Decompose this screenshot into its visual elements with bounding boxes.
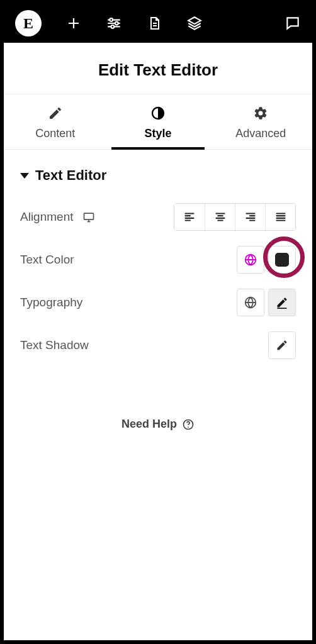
need-help-link[interactable]: Need Help <box>20 418 296 431</box>
svg-rect-4 <box>84 213 93 219</box>
top-toolbar: E <box>4 4 312 43</box>
layers-icon[interactable] <box>186 15 203 31</box>
elementor-logo[interactable]: E <box>15 10 42 36</box>
responsive-icon[interactable] <box>82 211 95 223</box>
control-text-color: Text Color <box>20 244 296 275</box>
control-typography: Typography <box>20 287 296 318</box>
global-typography-button[interactable] <box>237 289 264 316</box>
settings-sliders-icon[interactable] <box>106 15 122 31</box>
document-icon[interactable] <box>146 15 162 31</box>
tabs: Content Style Advanced <box>4 94 312 150</box>
pencil-icon <box>48 106 63 121</box>
svg-point-9 <box>188 426 189 428</box>
alignment-label: Alignment <box>20 210 74 224</box>
need-help-label: Need Help <box>121 418 177 431</box>
tab-style[interactable]: Style <box>106 94 209 149</box>
tab-style-label: Style <box>144 127 171 140</box>
global-color-button[interactable] <box>237 246 264 274</box>
half-circle-icon <box>150 106 166 121</box>
caret-down-icon <box>20 173 29 179</box>
text-shadow-label: Text Shadow <box>20 338 89 352</box>
svg-rect-7 <box>278 308 287 309</box>
globe-icon <box>244 253 257 267</box>
gear-icon <box>253 106 268 121</box>
text-shadow-edit-button[interactable] <box>268 331 296 359</box>
typography-label: Typography <box>20 296 82 309</box>
tab-advanced-label: Advanced <box>235 127 286 140</box>
pencil-icon <box>276 296 288 309</box>
svg-point-2 <box>111 25 114 28</box>
globe-icon <box>244 296 257 309</box>
highlight-ring-annotation <box>263 236 305 278</box>
align-justify-button[interactable] <box>265 204 295 230</box>
tab-advanced[interactable]: Advanced <box>210 94 312 149</box>
align-center-button[interactable] <box>205 204 235 230</box>
section-title: Text Editor <box>35 167 106 184</box>
align-right-button[interactable] <box>235 204 265 230</box>
text-color-label: Text Color <box>20 253 74 267</box>
svg-point-1 <box>115 22 118 25</box>
control-alignment: Alignment <box>20 201 296 233</box>
panel-title: Edit Text Editor <box>4 43 312 94</box>
alignment-group <box>174 203 296 231</box>
pencil-icon <box>276 339 288 352</box>
typography-edit-button[interactable] <box>268 289 296 316</box>
align-left-button[interactable] <box>174 204 205 230</box>
control-text-shadow: Text Shadow <box>20 330 296 361</box>
chat-icon[interactable] <box>285 15 301 31</box>
add-icon[interactable] <box>65 15 82 31</box>
tab-content-label: Content <box>35 127 75 140</box>
tab-content[interactable]: Content <box>4 94 106 149</box>
section-toggle-text-editor[interactable]: Text Editor <box>20 167 296 184</box>
help-icon <box>182 418 195 431</box>
svg-point-0 <box>110 18 113 21</box>
